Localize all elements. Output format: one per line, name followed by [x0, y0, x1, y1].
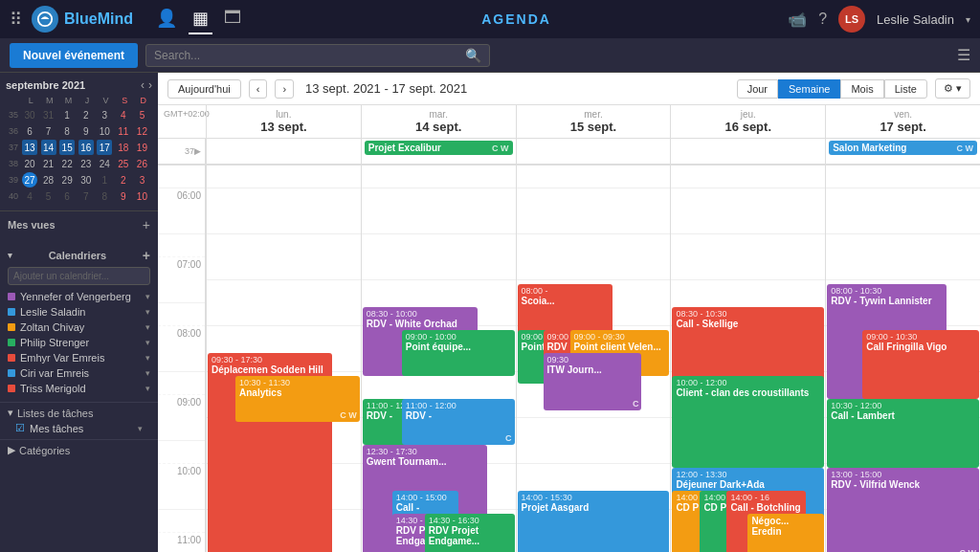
day-9[interactable]: 9 — [78, 123, 94, 139]
event-fringilla[interactable]: 09:00 - 10:30 Call Fringilla Vigo — [862, 330, 979, 399]
event-point-equipe[interactable]: 09:00 - 10:00 Point équipe... — [402, 330, 515, 376]
rdv-white-time: 08:30 - 10:00 — [367, 309, 474, 319]
view-semaine[interactable]: Semaine — [778, 79, 840, 99]
video-icon[interactable]: 📹 — [788, 11, 807, 29]
day-28[interactable]: 28 — [41, 172, 56, 188]
day-23[interactable]: 23 — [78, 156, 94, 171]
nav-icons: 👤 ▦ 🗖 — [152, 4, 245, 34]
mini-cal-prev[interactable]: ‹ — [141, 78, 145, 92]
calendar-icon[interactable]: ▦ — [189, 4, 212, 34]
person-emhyr[interactable]: Emhyr Var Emreis ▾ — [8, 350, 150, 365]
apps-icon[interactable]: ⠿ — [10, 9, 22, 30]
day-22[interactable]: 22 — [59, 156, 75, 171]
my-views-add[interactable]: + — [143, 217, 150, 232]
today-button[interactable]: Aujourd'hui — [167, 79, 241, 99]
day-6[interactable]: 6 — [22, 123, 37, 139]
day-30b[interactable]: 30 — [78, 172, 94, 188]
person-philip[interactable]: Philip Strenger ▾ — [8, 335, 150, 350]
view-liste[interactable]: Liste — [884, 79, 927, 99]
day-3[interactable]: 3 — [97, 107, 112, 122]
my-tasks-row[interactable]: ☑ Mes tâches ▾ — [8, 421, 150, 435]
day-10[interactable]: 10 — [97, 123, 112, 139]
prev-week-button[interactable]: ‹ — [249, 79, 268, 99]
day-oct2[interactable]: 2 — [116, 172, 131, 188]
person-leslie[interactable]: Leslie Saladin ▾ — [8, 304, 150, 320]
day-24[interactable]: 24 — [97, 156, 112, 171]
calendars-header[interactable]: ▾ Calendriers + — [8, 248, 150, 263]
event-vilfrid[interactable]: 13:00 - 15:00 RDV - Vilfrid Wenck C W — [827, 468, 979, 552]
day-30[interactable]: 30 — [22, 107, 37, 122]
day-oct10[interactable]: 10 — [134, 188, 149, 204]
day-16[interactable]: 16 — [78, 140, 94, 155]
day-oct4[interactable]: 4 — [22, 188, 37, 204]
task-lists-header[interactable]: ▾ Listes de tâches — [8, 407, 150, 419]
mail-icon[interactable]: 🗖 — [220, 4, 245, 34]
categories-header[interactable]: ▶ Catégories — [8, 444, 150, 456]
week-expand-icon[interactable]: ▶ — [194, 146, 201, 156]
search-input[interactable] — [154, 49, 459, 62]
day-4[interactable]: 4 — [116, 107, 131, 122]
day-18[interactable]: 18 — [116, 140, 131, 155]
day-col-fri: 08:00 - 10:30 RDV - Tywin Lannister 09:0… — [825, 166, 980, 552]
day-5[interactable]: 5 — [134, 107, 149, 122]
bg-7-mon — [207, 234, 361, 280]
contacts-icon[interactable]: 👤 — [152, 4, 181, 34]
person-yennefer[interactable]: Yennefer of Vengerberg ▾ — [8, 289, 150, 304]
allday-event-salon[interactable]: Salon Marketing C W — [829, 141, 977, 155]
day-oct8[interactable]: 8 — [97, 188, 112, 204]
next-week-button[interactable]: › — [275, 79, 294, 99]
event-lambert[interactable]: 10:30 - 12:00 Call - Lambert — [827, 399, 979, 468]
allday-event-excalibur[interactable]: Projet Excalibur C W — [365, 141, 513, 155]
day-oct3[interactable]: 3 — [134, 172, 149, 188]
add-calendar-input[interactable] — [8, 267, 150, 285]
avatar[interactable]: LS — [838, 6, 865, 33]
week-37-label: 37 — [185, 146, 194, 156]
person-zoltan[interactable]: Zoltan Chivay ▾ — [8, 320, 150, 335]
day-12[interactable]: 12 — [134, 123, 149, 139]
day-27[interactable]: 27 — [22, 172, 37, 188]
user-name[interactable]: Leslie Saladin — [877, 12, 954, 27]
event-rdv-11-right[interactable]: 11:00 - 12:00 RDV - C — [402, 399, 515, 445]
menu-icon[interactable]: ☰ — [957, 46, 970, 64]
day-19[interactable]: 19 — [134, 140, 149, 155]
day-11[interactable]: 11 — [116, 123, 131, 139]
day-oct5[interactable]: 5 — [41, 188, 56, 204]
user-dropdown-icon[interactable]: ▾ — [966, 14, 970, 25]
emhyr-name: Emhyr Var Emreis — [20, 352, 141, 364]
new-event-button[interactable]: Nouvel événement — [10, 43, 138, 68]
day-8[interactable]: 8 — [59, 123, 75, 139]
settings-button[interactable]: ⚙ ▾ — [935, 78, 970, 99]
day-20[interactable]: 20 — [22, 156, 37, 171]
day-1[interactable]: 1 — [59, 107, 75, 122]
event-endgame-right[interactable]: 14:30 - 16:30 RDV Projet Endgame... C W — [425, 514, 515, 552]
day-25[interactable]: 25 — [116, 156, 131, 171]
mini-cal-next[interactable]: › — [148, 78, 152, 92]
person-triss[interactable]: Triss Merigold ▾ — [8, 381, 150, 396]
event-itw[interactable]: 09:30 ITW Journ... C — [544, 353, 642, 410]
day-2[interactable]: 2 — [78, 107, 94, 122]
event-analytics[interactable]: 10:30 - 11:30 Analytics C W — [235, 376, 360, 422]
event-aasgard[interactable]: 14:00 - 15:30 Projet Aasgard C W — [518, 491, 670, 552]
search-icon[interactable]: 🔍 — [465, 48, 481, 63]
day-oct1[interactable]: 1 — [97, 172, 112, 188]
day-oct6[interactable]: 6 — [59, 188, 75, 204]
person-ciri[interactable]: Ciri var Emreis ▾ — [8, 365, 150, 381]
help-icon[interactable]: ? — [818, 11, 827, 28]
event-client-clan[interactable]: 10:00 - 12:00 Client - clan des croustil… — [672, 376, 824, 468]
day-29[interactable]: 29 — [59, 172, 75, 188]
day-oct7[interactable]: 7 — [78, 188, 94, 204]
add-calendar-btn[interactable]: + — [143, 248, 150, 263]
day-17[interactable]: 17 — [97, 140, 112, 155]
day-13[interactable]: 13 — [22, 140, 37, 155]
event-negoc[interactable]: Négoc... Eredin C — [747, 514, 824, 552]
day-7[interactable]: 7 — [41, 123, 56, 139]
day-21[interactable]: 21 — [41, 156, 56, 171]
day-oct9[interactable]: 9 — [116, 188, 131, 204]
day-14[interactable]: 14 — [41, 140, 56, 155]
day-31[interactable]: 31 — [41, 107, 56, 122]
day-15[interactable]: 15 — [59, 140, 75, 155]
view-mois[interactable]: Mois — [840, 79, 883, 99]
view-jour[interactable]: Jour — [737, 79, 778, 99]
day-26[interactable]: 26 — [134, 156, 149, 171]
logo[interactable]: BlueMind — [32, 6, 133, 33]
